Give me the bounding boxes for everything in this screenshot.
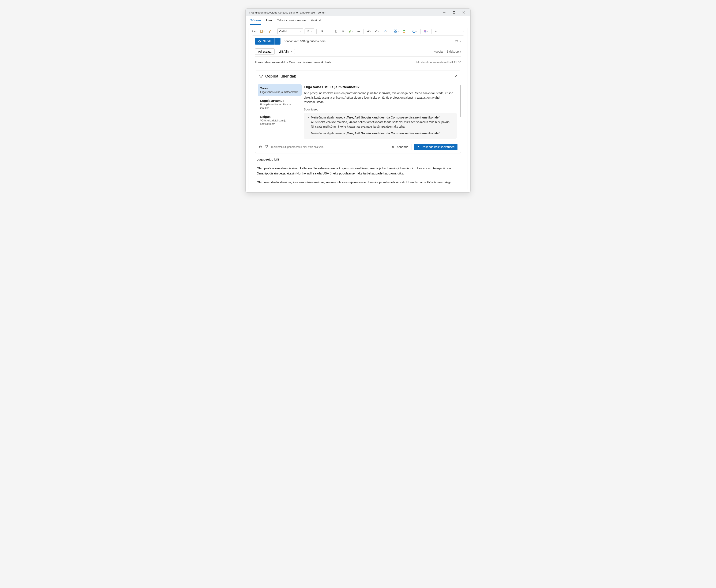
copilot-panel: Copilot juhendab ✕ Toon Liiga vabas stii… [255,70,461,153]
svg-point-19 [393,146,393,147]
overflow-button[interactable]: ⋯ [434,28,440,34]
body-paragraph: Olen professionaalne disainer, kellel on… [257,166,459,176]
subject-input[interactable]: II kandideerimisavaldus Contoso disainer… [255,60,331,64]
sidebar-item-reader[interactable]: Lugeja arvamus Pole piisavalt energiline… [258,97,301,112]
paste-button[interactable]: ⌄ [259,28,266,34]
ai-disclaimer: Tehisintellekti genereeritud sisu võib o… [271,146,324,148]
cc-link[interactable]: Koopia [434,50,443,53]
loop-button[interactable]: ⌄ [412,28,418,34]
apps-button[interactable]: ⌄ [393,28,400,34]
svg-rect-9 [396,31,397,33]
svg-rect-5 [261,30,262,30]
recipient-chip[interactable]: Lilli Allik ✕ [277,49,295,54]
svg-point-21 [394,147,394,148]
apply-all-button[interactable]: Rakenda kõik soovitused [414,144,458,150]
undo-button[interactable]: ⌄ [251,28,258,34]
more-formatting-button[interactable]: ⋯ [356,28,361,34]
ribbon-tabs: Sõnum Lisa Teksti vormindamine Valikud [246,16,470,25]
tab-insert[interactable]: Lisa [266,18,272,25]
svg-rect-6 [394,30,395,31]
scrollbar[interactable] [460,85,461,117]
tab-message[interactable]: Sõnum [250,18,261,25]
svg-rect-8 [394,31,395,33]
to-button[interactable]: Adressaat [255,48,275,55]
signature-button[interactable]: ⌄ [382,28,388,34]
format-painter-button[interactable] [267,28,273,34]
svg-point-13 [424,30,426,32]
tab-format[interactable]: Teksti vormindamine [277,18,306,25]
compose-area: Saada ⌄ Saatja: katri.0487@outlook.com ⌄… [252,36,464,187]
svg-line-15 [457,42,458,42]
body-paragraph: Olen uuenduslik disainer, kes saab äriee… [257,180,459,185]
remove-recipient-icon[interactable]: ✕ [291,50,293,53]
highlight-button[interactable]: ⌄ [348,28,354,34]
copilot-title: Copilot juhendab [265,74,296,79]
sidebar-item-clarity[interactable]: Selgus Võiks olla detailsem ja spetsiifi… [258,113,301,128]
svg-point-11 [413,30,415,33]
customize-button[interactable]: Kohanda [388,144,412,150]
attach-button[interactable]: ⌄ [366,28,373,34]
svg-rect-1 [453,12,455,14]
tab-options[interactable]: Valikud [311,18,321,25]
collapse-ribbon-button[interactable]: ⌄ [462,30,464,33]
draft-status: Mustand on salvestatud kell 11.00 [416,61,461,64]
suggestions-label: Soovitused [304,108,457,111]
send-split-button[interactable]: ⌄ [274,38,280,45]
body-paragraph: Lugupeetud Lilli [257,157,459,162]
window-title: II kandideerimisavaldus Contoso disainer… [249,11,326,14]
thumbs-up-icon[interactable] [258,145,262,149]
close-button[interactable] [459,9,469,16]
ribbon: ⌄ ⌄ Calibri⌄ 11⌄ B I U S ⌄ ⋯ ⌄ [249,27,467,190]
minimize-button[interactable] [440,9,449,16]
suggestion-item: Meilisõnum algab lausega „Tere, Aet! Soo… [311,115,454,129]
copilot-coach-icon [259,74,263,79]
link-button[interactable]: ⌄ [374,28,381,34]
from-label[interactable]: Saatja: katri.0487@outlook.com ⌄ [283,40,329,43]
compose-window: II kandideerimisavaldus Contoso disainer… [246,8,470,193]
thumbs-down-icon[interactable] [265,145,268,149]
italic-button[interactable]: I [326,28,332,34]
copilot-description: Teie praegune keelekasutus on profession… [304,91,457,104]
svg-point-10 [403,30,405,31]
email-body[interactable]: Lugupeetud Lilli Olen professionaalne di… [255,153,461,185]
polls-button[interactable] [401,28,407,34]
maximize-button[interactable] [449,9,459,16]
underline-button[interactable]: U [333,28,339,34]
font-size-select[interactable]: 11⌄ [304,28,314,34]
bold-button[interactable]: B [319,28,324,34]
bcc-link[interactable]: Salakoopia [446,50,461,53]
send-icon [258,40,261,43]
copilot-heading: Liiga vabas stiilis ja mitteametlik [304,85,457,89]
copilot-sidebar: Toon Liiga vabas stiilis ja mitteametlik… [255,82,303,141]
sliders-icon [392,146,395,148]
suggestions-box: Meilisõnum algab lausega „Tere, Aet! Soo… [304,113,457,139]
titlebar: II kandideerimisavaldus Contoso disainer… [246,9,470,16]
svg-rect-7 [396,30,397,31]
copilot-button[interactable]: ⌄ [423,28,429,34]
font-name-select[interactable]: Calibri⌄ [277,28,303,34]
send-button[interactable]: Saada ⌄ [255,38,280,45]
magnifier-icon [455,40,459,43]
copilot-close-icon[interactable]: ✕ [454,74,457,78]
strikethrough-button[interactable]: S [340,28,346,34]
suggestion-item: Meilisõnum algab lausega „Tere, Aet! Soo… [311,131,454,136]
sparkle-icon [417,146,420,148]
sidebar-item-tone[interactable]: Toon Liiga vabas stiilis ja mitteametlik [258,84,301,96]
zoom-button[interactable]: ⌄ [455,40,461,43]
copilot-main: Liiga vabas stiilis ja mitteametlik Teie… [303,82,461,141]
recipient-name: Lilli Allik [279,50,289,53]
